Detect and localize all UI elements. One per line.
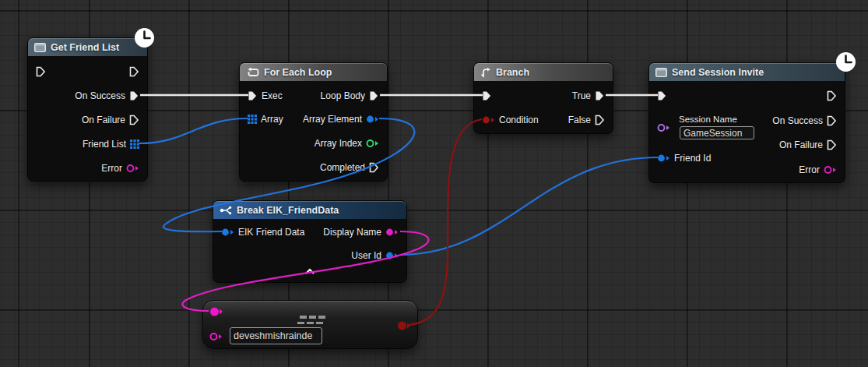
session-name-label: Session Name: [679, 115, 737, 124]
node-title: Send Session Invite: [672, 67, 764, 78]
exec-pin-icon: [657, 90, 667, 101]
pin-on-success[interactable]: On Success: [772, 115, 837, 127]
exec-in-pin[interactable]: [36, 65, 46, 78]
object-pin-icon: [366, 115, 379, 124]
node-get-friend-list[interactable]: Get Friend List On Success On Failure Fr…: [27, 37, 148, 182]
node-send-session-invite[interactable]: Send Session Invite Session Name Friend …: [648, 62, 845, 183]
pin-compare-b[interactable]: [209, 330, 223, 343]
node-for-each-loop[interactable]: For Each Loop Exec Array Loop Body Array…: [239, 62, 388, 182]
pin-true[interactable]: True: [572, 90, 605, 102]
exec-out-pin[interactable]: [129, 65, 139, 78]
object-pin-icon: [657, 154, 670, 163]
wire-userid-to-friendid: [400, 157, 658, 255]
node-header[interactable]: Send Session Invite: [649, 63, 845, 81]
latent-clock-icon: [134, 27, 155, 51]
node-header[interactable]: Get Friend List: [28, 38, 147, 56]
blueprint-graph-canvas[interactable]: Get Friend List On Success On Failure Fr…: [0, 0, 868, 367]
function-icon: [655, 68, 667, 77]
int-pin-icon: [366, 139, 379, 148]
latent-clock-icon: [835, 51, 856, 76]
pin-compare-a[interactable]: [209, 305, 223, 318]
pin-error[interactable]: Error: [101, 162, 139, 175]
node-string-equal[interactable]: [202, 300, 418, 349]
exec-pin-icon: [129, 115, 139, 125]
pin-condition[interactable]: Condition: [482, 114, 539, 126]
pin-false[interactable]: False: [568, 114, 605, 126]
pin-on-failure[interactable]: On Failure: [82, 114, 139, 126]
node-title: Branch: [496, 67, 529, 78]
bool-pin-icon: [397, 320, 411, 331]
pin-friend-list[interactable]: Friend List: [83, 138, 139, 150]
exec-in-pin[interactable]: [657, 90, 667, 102]
array-pin-icon: [130, 139, 139, 149]
wire-equal-result-to-condition: [409, 119, 482, 325]
exec-pin-icon: [827, 115, 837, 126]
pin-session-name[interactable]: [657, 122, 670, 134]
node-title: For Each Loop: [264, 67, 332, 78]
node-header[interactable]: Branch: [474, 63, 613, 81]
exec-pin-icon: [827, 90, 837, 101]
exec-pin-icon: [595, 115, 605, 125]
pin-error[interactable]: Error: [799, 164, 837, 176]
node-header[interactable]: For Each Loop: [240, 63, 387, 81]
bool-pin-icon: [482, 115, 495, 125]
exec-pin-icon: [36, 66, 46, 77]
string-pin-icon: [209, 306, 223, 317]
pin-user-id[interactable]: User Id: [351, 249, 399, 262]
branch-icon: [480, 67, 491, 78]
pin-result[interactable]: [397, 319, 411, 332]
pin-array[interactable]: Array: [248, 113, 283, 125]
equals-operator-icon: [300, 316, 325, 327]
exec-pin-icon: [482, 90, 492, 101]
exec-pin-icon: [827, 139, 837, 150]
loop-icon: [246, 67, 259, 78]
exec-pin-icon: [248, 90, 258, 101]
exec-pin-icon: [369, 162, 379, 173]
pin-display-name[interactable]: Display Name: [323, 226, 399, 238]
struct-pin-icon: [221, 228, 234, 237]
pin-array-index[interactable]: Array Index: [315, 137, 379, 150]
pin-exec[interactable]: Exec: [248, 90, 283, 102]
collapse-chevron-button[interactable]: [304, 263, 315, 277]
string-pin-icon: [209, 332, 223, 341]
exec-pin-icon: [595, 90, 605, 101]
pin-eik-friend-data[interactable]: EIK Friend Data: [221, 226, 304, 238]
pin-on-failure[interactable]: On Failure: [779, 139, 837, 151]
name-pin-icon: [657, 123, 670, 132]
exec-out-pin[interactable]: [827, 90, 837, 102]
compare-value-input[interactable]: [230, 327, 322, 344]
exec-pin-icon: [369, 90, 379, 101]
chevron-up-icon: [304, 268, 315, 274]
node-header[interactable]: Break EIK_FriendData: [213, 201, 406, 219]
pin-array-element[interactable]: Array Element: [303, 113, 379, 125]
pin-completed[interactable]: Completed: [320, 161, 379, 174]
node-title: Get Friend List: [51, 42, 119, 53]
struct-pin-icon: [824, 165, 837, 175]
node-branch[interactable]: Branch Condition True False: [473, 62, 613, 134]
exec-pin-icon: [129, 90, 139, 101]
string-pin-icon: [385, 228, 399, 237]
node-title: Break EIK_FriendData: [237, 205, 339, 216]
wire-friendlist-to-array: [139, 118, 248, 143]
session-name-input[interactable]: [680, 126, 754, 139]
function-icon: [34, 43, 46, 52]
exec-pin-icon: [129, 66, 139, 77]
pin-friend-id[interactable]: Friend Id: [657, 152, 711, 164]
node-break-eik-frienddata[interactable]: Break EIK_FriendData EIK Friend Data Dis…: [213, 200, 407, 283]
pin-on-success[interactable]: On Success: [75, 90, 139, 102]
pin-loop-body[interactable]: Loop Body: [321, 90, 379, 102]
exec-in-pin[interactable]: [482, 90, 492, 102]
array-pin-icon: [248, 115, 257, 124]
object-pin-icon: [385, 251, 399, 260]
break-struct-icon: [220, 206, 232, 215]
struct-pin-icon: [126, 164, 139, 173]
